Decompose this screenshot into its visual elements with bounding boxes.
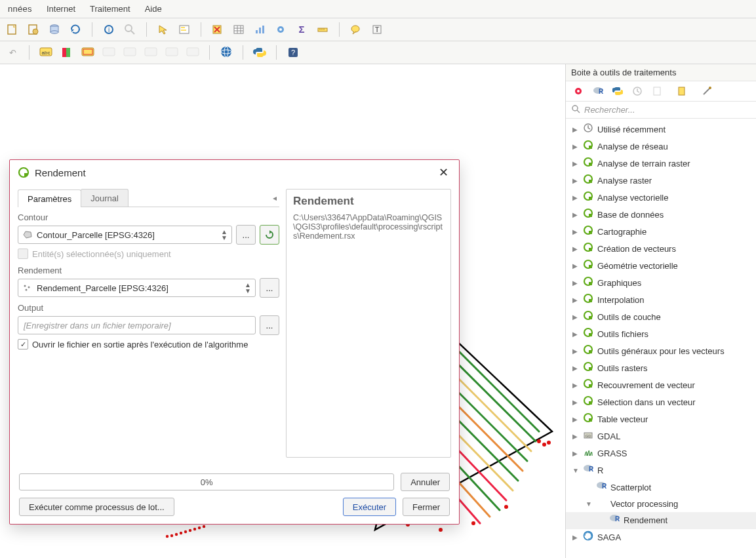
tree-item[interactable]: ▶Outils de couche [566,309,756,326]
expander-closed-icon[interactable]: ▶ [572,430,579,443]
label-d3-icon[interactable] [142,44,159,61]
globe-icon[interactable] [218,44,235,61]
expander-closed-icon[interactable]: ▶ [572,413,579,426]
edit-script-icon[interactable] [675,84,689,98]
expander-closed-icon[interactable]: ▶ [572,277,579,290]
text-tool-icon[interactable]: T [368,21,386,38]
tree-item[interactable]: ▶SAGA [566,529,756,546]
tree-item[interactable]: ▶Outils généraux pour les vecteurs [566,343,756,360]
deselect-icon[interactable] [209,21,226,38]
python-icon[interactable] [251,44,268,61]
tip-icon[interactable] [348,21,365,38]
stats-icon[interactable] [251,21,268,38]
tree-item[interactable]: ▶Interpolation [566,292,756,309]
history-icon[interactable] [630,84,645,98]
new-project-icon[interactable] [4,21,21,38]
tree-item[interactable]: RScatterplot [566,479,756,496]
search-input[interactable]: Rechercher... [566,102,756,119]
menu-item[interactable]: Traitement [87,3,133,15]
expander-closed-icon[interactable]: ▶ [572,209,579,222]
measure-icon[interactable] [314,21,331,38]
map-canvas[interactable]: Rendement ✕ Paramètres Journal ◂ Contour… [0,64,565,558]
tree-item[interactable]: ▶Analyse de terrain raster [566,155,756,172]
iterate-icon[interactable] [260,225,279,245]
tree-item[interactable]: ▶Recouvrement de vecteur [566,377,756,394]
expander-closed-icon[interactable]: ▶ [572,328,579,341]
tree-item[interactable]: ▼RR [566,462,756,479]
tree-item[interactable]: ▶Analyse raster [566,172,756,189]
tree-item[interactable]: ▶Base de données [566,207,756,224]
expander-closed-icon[interactable]: ▶ [572,243,579,256]
python-provider-icon[interactable] [610,84,625,98]
tab-parameters[interactable]: Paramètres [18,189,81,207]
label-abc-yellow-icon[interactable]: abc [37,44,54,61]
select-icon[interactable] [155,21,172,38]
zoom-icon[interactable] [121,21,138,38]
batch-button[interactable]: Exécuter comme processus de lot... [19,498,174,516]
menu-item[interactable]: nnées [5,3,35,15]
algorithm-tree[interactable]: ▶Utilisé récemment▶Analyse de réseau▶Ana… [566,119,756,558]
cancel-button[interactable]: Annuler [401,473,450,491]
expander-closed-icon[interactable]: ▶ [572,226,579,239]
menu-item[interactable]: Internet [44,3,78,15]
new-template-icon[interactable] [25,21,42,38]
attr-table-icon[interactable] [230,21,247,38]
expander-closed-icon[interactable]: ▶ [572,191,579,205]
r-provider-icon[interactable]: R [591,84,605,98]
close-icon[interactable]: ✕ [436,165,451,180]
tree-item[interactable]: ▶Table vecteur [566,411,756,428]
undo-icon[interactable]: ↶ [4,44,21,61]
expander-closed-icon[interactable]: ▶ [572,294,579,307]
tree-item[interactable]: ▶Outils rasters [566,360,756,377]
options-icon[interactable] [700,84,714,98]
expander-closed-icon[interactable]: ▶ [572,174,579,188]
label-d5-icon[interactable] [184,44,201,61]
expander-closed-icon[interactable]: ▶ [572,531,579,544]
label-frame-icon[interactable] [79,44,96,61]
browse-button[interactable]: ... [236,225,256,245]
tree-item[interactable]: ▶Graphiques [566,275,756,292]
tree-item[interactable]: ▶GRASS [566,445,756,462]
browse-button[interactable]: ... [260,278,279,298]
results-icon[interactable] [650,84,664,98]
form-select-icon[interactable] [176,21,193,38]
tree-item[interactable]: RRendement [566,512,756,529]
toolbox-gear-icon[interactable] [272,21,289,38]
tree-item[interactable]: ▶Utilisé récemment [566,121,756,138]
contour-combo[interactable]: Contour_Parcelle [EPSG:4326] ▲▼ [18,226,232,244]
refresh-icon[interactable] [67,21,84,38]
tree-item[interactable]: ▶GDGDAL [566,428,756,445]
tree-item[interactable]: ▶Analyse de réseau [566,138,756,155]
tab-journal[interactable]: Journal [81,189,129,207]
expander-closed-icon[interactable]: ▶ [572,396,579,409]
label-d2-icon[interactable] [121,44,138,61]
expander-closed-icon[interactable]: ▶ [572,123,579,136]
tree-item[interactable]: ▼Vector processing [566,496,756,512]
expander-closed-icon[interactable]: ▶ [572,447,579,460]
tree-item[interactable]: ▶Création de vecteurs [566,241,756,258]
menu-item[interactable]: Aide [142,3,165,15]
rendement-combo[interactable]: Rendement_Parcelle [EPSG:4326] ▲▼ [18,279,256,297]
sigma-icon[interactable]: Σ [293,21,310,38]
output-browse-button[interactable]: ... [260,315,279,335]
tree-item[interactable]: ▶Cartographie [566,224,756,241]
expander-open-icon[interactable]: ▼ [586,498,592,511]
close-button[interactable]: Fermer [403,498,450,516]
label-color-icon[interactable] [58,44,75,61]
expander-closed-icon[interactable]: ▶ [572,311,579,324]
tree-item[interactable]: ▶Analyse vectorielle [566,189,756,207]
expander-closed-icon[interactable]: ▶ [572,157,579,170]
expander-closed-icon[interactable]: ▶ [572,140,579,153]
expander-closed-icon[interactable]: ▶ [572,260,579,273]
label-d4-icon[interactable] [163,44,180,61]
db-icon[interactable] [46,21,63,38]
tree-item[interactable]: ▶Outils fichiers [566,326,756,343]
tree-item[interactable]: ▶Géométrie vectorielle [566,258,756,275]
open-output-checkbox[interactable]: ✓ [18,339,28,349]
expander-closed-icon[interactable]: ▶ [572,379,579,392]
model-gear-icon[interactable] [571,84,586,98]
label-d1-icon[interactable] [100,44,117,61]
run-button[interactable]: Exécuter [343,498,396,516]
identify-icon[interactable]: i [100,21,117,38]
expander-closed-icon[interactable]: ▶ [572,362,579,375]
